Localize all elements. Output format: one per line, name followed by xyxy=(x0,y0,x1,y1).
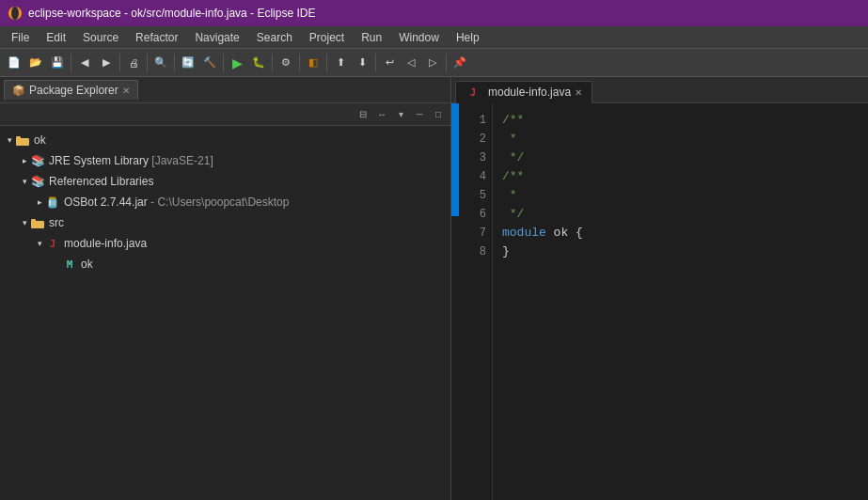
last-edit-button[interactable]: ↩ xyxy=(379,53,400,73)
build-button[interactable]: 🔨 xyxy=(199,53,220,73)
arrow-src: ▾ xyxy=(19,218,30,227)
menu-search[interactable]: Search xyxy=(249,29,300,46)
prev-annotation-button[interactable]: ⬆ xyxy=(330,53,351,73)
menu-refactor[interactable]: Refactor xyxy=(128,29,185,46)
editor-tab-file-icon: J xyxy=(466,85,481,100)
package-explorer-tab-label: Package Explorer xyxy=(29,84,118,97)
separator-5 xyxy=(223,54,224,72)
tree-label-ok: ok xyxy=(34,133,46,147)
editor-tab-module-info[interactable]: J module-info.java ✕ xyxy=(455,81,592,103)
code-line-3: */ xyxy=(502,148,859,167)
package-explorer-panel: 📦 Package Explorer ✕ ⊟ ↔ ▾ ─ □ ▾ xyxy=(0,77,451,500)
code-line-1: /** xyxy=(502,111,859,130)
code-line-6: */ xyxy=(502,205,859,224)
jre-icon: 📚 xyxy=(30,153,45,168)
link-with-editor-button[interactable]: ↔ xyxy=(373,106,390,123)
history-back-button[interactable]: ◁ xyxy=(401,53,421,73)
tree-item-src[interactable]: ▾ src xyxy=(0,212,450,233)
tree-item-osbot[interactable]: ▸ 🫙 OSBot 2.7.44.jar - C:\Users\poopcat\… xyxy=(0,192,450,212)
main-content: 📦 Package Explorer ✕ ⊟ ↔ ▾ ─ □ ▾ xyxy=(0,77,868,500)
search-files-button[interactable]: 🔍 xyxy=(150,53,171,73)
gutter-indicator-6 xyxy=(451,197,459,216)
history-forward-button[interactable]: ▷ xyxy=(422,53,443,73)
code-line-8: } xyxy=(502,242,859,261)
editor-tab-close-icon[interactable]: ✕ xyxy=(575,87,582,98)
module-icon: M xyxy=(62,257,77,272)
external-tools-button[interactable]: ⚙ xyxy=(276,53,296,73)
editor-tab-label: module-info.java xyxy=(488,86,571,99)
view-menu-button[interactable]: ▾ xyxy=(392,106,409,123)
code-line-4: /** xyxy=(502,167,859,186)
run-button[interactable]: ▶ xyxy=(227,53,247,73)
new-button[interactable]: 📄 xyxy=(4,53,24,73)
debug-button[interactable]: 🐛 xyxy=(248,53,269,73)
gutter-empty-7 xyxy=(451,216,459,235)
gutter-empty-8 xyxy=(451,235,459,254)
refresh-button[interactable]: 🔄 xyxy=(178,53,198,73)
separator-3 xyxy=(147,54,148,72)
svg-point-1 xyxy=(11,7,19,20)
arrow-module-info: ▾ xyxy=(34,239,45,248)
collapse-all-button[interactable]: ⊟ xyxy=(355,106,371,123)
menu-edit[interactable]: Edit xyxy=(39,29,73,46)
menu-run[interactable]: Run xyxy=(354,29,389,46)
tree-item-reflibsroot[interactable]: ▾ 📚 Referenced Libraries xyxy=(0,171,450,192)
toolbar: 📄 📂 💾 ◀ ▶ 🖨 🔍 🔄 🔨 ▶ 🐛 ⚙ ◧ ⬆ ⬇ ↩ ◁ ▷ 📌 xyxy=(0,49,868,77)
package-explorer-tab[interactable]: 📦 Package Explorer ✕ xyxy=(4,80,138,100)
gutter-indicator-2 xyxy=(451,122,459,141)
arrow-reflibs: ▾ xyxy=(19,177,30,186)
tree-container[interactable]: ▾ ok ▸ 📚 JRE System Library [JavaSE-21] xyxy=(0,126,450,500)
save-button[interactable]: 💾 xyxy=(47,53,68,73)
tree-item-ok[interactable]: ▾ ok xyxy=(0,130,450,150)
svg-rect-5 xyxy=(31,219,36,222)
menu-project[interactable]: Project xyxy=(302,29,352,46)
line-num-1: 1 xyxy=(480,111,486,130)
reflibs-icon: 📚 xyxy=(30,174,45,189)
forward-button[interactable]: ▶ xyxy=(96,53,117,73)
arrow-ok-module: ▸ xyxy=(51,259,62,269)
tree-label-reflibs: Referenced Libraries xyxy=(49,175,153,188)
maximize-button[interactable]: □ xyxy=(430,106,447,123)
next-annotation-button[interactable]: ⬇ xyxy=(352,53,372,73)
separator-1 xyxy=(71,54,71,72)
open-perspective-button[interactable]: ◧ xyxy=(303,53,324,73)
separator-8 xyxy=(326,54,327,72)
package-explorer-close-icon[interactable]: ✕ xyxy=(122,86,130,96)
gutter-indicator-1 xyxy=(451,103,459,122)
svg-rect-2 xyxy=(16,138,29,146)
line-num-8: 8 xyxy=(480,242,486,261)
arrow-jre: ▸ xyxy=(19,156,30,165)
svg-rect-3 xyxy=(16,136,21,139)
tree-label-ok-module: ok xyxy=(81,258,93,271)
eclipse-icon xyxy=(8,6,23,21)
tree-label-osbot-path: - C:\Users\poopcat\Desktop xyxy=(148,195,290,209)
tree-label-jre-suffix: [JavaSE-21] xyxy=(149,154,213,167)
line-num-3: 3 xyxy=(480,148,486,167)
window-title: eclipse-workspace - ok/src/module-info.j… xyxy=(28,7,315,20)
tree-item-jre[interactable]: ▸ 📚 JRE System Library [JavaSE-21] xyxy=(0,150,450,171)
open-button[interactable]: 📂 xyxy=(25,53,46,73)
line-num-6: 6 xyxy=(480,205,486,224)
back-button[interactable]: ◀ xyxy=(74,53,95,73)
line-num-2: 2 xyxy=(480,130,486,148)
gutter-indicator-5 xyxy=(451,179,459,197)
menu-source[interactable]: Source xyxy=(75,29,126,46)
title-bar: eclipse-workspace - ok/src/module-info.j… xyxy=(0,0,868,26)
gutter-indicator-3 xyxy=(451,141,459,160)
tree-label-module-info: module-info.java xyxy=(64,237,147,250)
menu-window[interactable]: Window xyxy=(391,29,447,46)
separator-6 xyxy=(272,54,273,72)
folder-icon-ok xyxy=(15,133,30,148)
gutter-indicator-4 xyxy=(451,160,459,179)
menu-help[interactable]: Help xyxy=(449,29,487,46)
tree-item-module-info[interactable]: ▾ J module-info.java xyxy=(0,233,450,254)
pin-button[interactable]: 📌 xyxy=(450,53,470,73)
line-num-7: 7 xyxy=(480,224,486,242)
print-button[interactable]: 🖨 xyxy=(123,53,144,73)
minimize-button[interactable]: ─ xyxy=(411,106,428,123)
arrow-ok: ▾ xyxy=(4,135,15,145)
menu-navigate[interactable]: Navigate xyxy=(187,29,246,46)
tree-item-ok-module[interactable]: ▸ M ok xyxy=(0,254,450,274)
code-content[interactable]: /** * */ /** * */ module ok { } xyxy=(493,103,868,500)
menu-file[interactable]: File xyxy=(4,29,37,46)
